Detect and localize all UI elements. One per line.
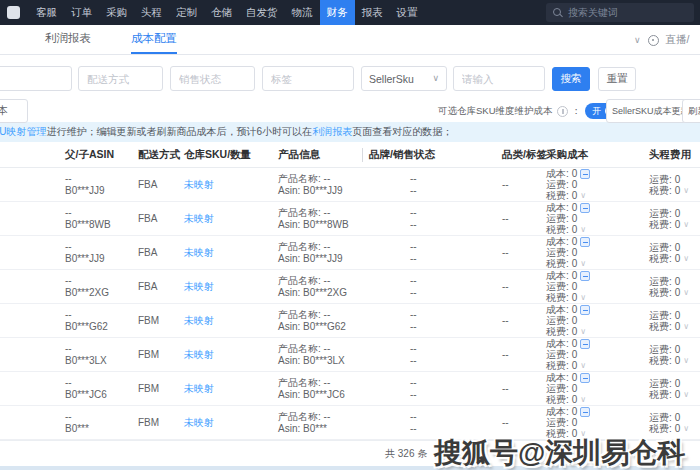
tax-value: 0 — [572, 224, 578, 235]
brand-status-cell: -- -- — [362, 411, 502, 435]
hl-tax-label: 税费: — [649, 219, 672, 230]
child-asin-value: B0***2XG — [65, 287, 138, 299]
nav-item-warehouse[interactable]: 仓储 — [204, 0, 239, 25]
expand-chevron-icon[interactable]: ∨ — [683, 219, 689, 230]
child-asin-value: B0***JJ9 — [65, 185, 138, 197]
product-info-cell: 产品名称: -- Asin: B0***3LX — [278, 343, 362, 367]
nav-item-finance[interactable]: 财务 — [320, 0, 355, 25]
unmapped-link[interactable]: 未映射 — [184, 213, 214, 224]
expand-chevron-icon[interactable]: ∨ — [683, 423, 689, 434]
hl-shipping-value: 0 — [675, 208, 681, 219]
expand-chevron-icon[interactable]: ∨ — [580, 292, 586, 303]
product-info-cell: 产品名称: -- Asin: B0*** — [278, 411, 362, 435]
unmapped-link[interactable]: 未映射 — [184, 383, 214, 394]
expand-chevron-icon[interactable]: ∨ — [683, 355, 689, 366]
cost-edit-icon[interactable] — [580, 305, 590, 315]
tag-input[interactable] — [262, 66, 354, 91]
product-info-cell: 产品名称: -- Asin: B0***JC6 — [278, 377, 362, 401]
parent-asin-value: -- — [65, 241, 138, 253]
expand-chevron-icon[interactable]: ∨ — [683, 321, 689, 332]
nav-item-purchasing[interactable]: 采购 — [99, 0, 134, 25]
cut-filter-input[interactable] — [0, 66, 72, 91]
live-help-icon[interactable] — [648, 35, 659, 46]
cost-edit-icon[interactable] — [580, 237, 590, 247]
cost-label: 成本: — [546, 236, 569, 247]
delivery-method-input[interactable] — [78, 66, 163, 91]
unmapped-link[interactable]: 未映射 — [184, 247, 214, 258]
purchase-cost-cell: 成本: 0 运费: 0 税费: 0 ∨ — [546, 372, 643, 405]
unmapped-link[interactable]: 未映射 — [184, 179, 214, 190]
header-parent-child-asin: 父/子ASIN — [58, 148, 138, 162]
chevron-down-icon[interactable]: ∨ — [634, 36, 641, 45]
global-search-input[interactable]: 搜索关键词 — [546, 3, 694, 22]
cost-edit-icon[interactable] — [580, 271, 590, 281]
status-value: -- — [410, 219, 502, 231]
child-asin-value: B0***3LX — [65, 355, 138, 367]
cost-edit-icon[interactable] — [580, 373, 590, 383]
mapping-cell: 未映射 — [182, 314, 278, 328]
expand-chevron-icon[interactable]: ∨ — [683, 287, 689, 298]
category-tag-value: -- — [502, 179, 546, 190]
cost-button-cut[interactable]: 成本 — [0, 99, 28, 123]
nav-item-customization[interactable]: 定制 — [169, 0, 204, 25]
unmapped-link[interactable]: 未映射 — [184, 349, 214, 360]
search-button[interactable]: 搜索 — [552, 67, 590, 91]
asin-value: B0***2XG — [303, 287, 347, 298]
expand-chevron-icon[interactable]: ∨ — [580, 224, 586, 235]
nav-item-orders[interactable]: 订单 — [64, 0, 99, 25]
cost-edit-icon[interactable] — [580, 169, 590, 179]
nav-item-reports[interactable]: 报表 — [355, 0, 390, 25]
expand-chevron-icon[interactable]: ∨ — [580, 394, 586, 405]
cost-edit-icon[interactable] — [580, 203, 590, 213]
category-tag-value: -- — [502, 247, 546, 258]
reset-button[interactable]: 重置 — [598, 67, 636, 91]
mapping-cell: 未映射 — [182, 246, 278, 260]
product-name-value: -- — [324, 343, 331, 354]
expand-chevron-icon[interactable]: ∨ — [683, 253, 689, 264]
expand-chevron-icon[interactable]: ∨ — [580, 190, 586, 201]
brand-value: -- — [410, 207, 502, 219]
parent-asin-value: -- — [65, 173, 138, 185]
sku-dimension-toggle-group: 可选仓库SKU维度维护成本 ： 开 — [438, 98, 619, 124]
unmapped-link[interactable]: 未映射 — [184, 417, 214, 428]
keyword-input[interactable] — [453, 66, 545, 91]
cost-edit-icon[interactable] — [580, 339, 590, 349]
hl-tax-label: 税费: — [649, 321, 672, 332]
tab-profit-report[interactable]: 利润报表 — [45, 24, 91, 54]
nav-item-logistics[interactable]: 物流 — [285, 0, 320, 25]
status-value: -- — [410, 321, 502, 333]
info-icon — [557, 106, 568, 117]
asin-cell: -- B0***2XG — [58, 275, 138, 299]
refresh-orders-button[interactable]: 刷新订单 — [682, 99, 700, 123]
nav-item-first-leg[interactable]: 头程 — [134, 0, 169, 25]
expand-chevron-icon[interactable]: ∨ — [683, 389, 689, 400]
unmapped-link[interactable]: 未映射 — [184, 281, 214, 292]
expand-chevron-icon[interactable]: ∨ — [580, 326, 586, 337]
expand-chevron-icon[interactable]: ∨ — [580, 258, 586, 269]
profit-report-link[interactable]: 利润报表 — [312, 125, 352, 139]
asin-value: B0***JC6 — [303, 389, 345, 400]
sku-mapping-link[interactable]: SKU映射管理 — [0, 125, 47, 139]
nav-item-settings[interactable]: 设置 — [390, 0, 425, 25]
tab-cost-config[interactable]: 成本配置 — [131, 24, 177, 54]
hl-tax-value: 0 — [675, 219, 681, 230]
tax-label: 税费: — [546, 224, 569, 235]
asin-value: B0*** — [303, 423, 327, 434]
cost-value: 0 — [572, 168, 578, 179]
seller-sku-select[interactable]: SellerSku ∨ — [361, 66, 447, 91]
expand-chevron-icon[interactable]: ∨ — [580, 360, 586, 371]
child-asin-value: B0***8WB — [65, 219, 138, 231]
nav-item-self-shipping[interactable]: 自发货 — [239, 0, 285, 25]
category-tag-value: -- — [502, 383, 546, 394]
cost-table: 父/子ASIN 配送方式 仓库SKU/数量 产品信息 品牌/销售状态 品类/标签… — [0, 143, 700, 440]
unmapped-link[interactable]: 未映射 — [184, 315, 214, 326]
table-row: -- B0***G62 FBM 未映射 产品名称: -- Asin: B0***… — [0, 304, 700, 338]
hl-shipping-label: 运费: — [649, 174, 672, 185]
sales-status-input[interactable] — [170, 66, 255, 91]
cost-edit-icon[interactable] — [580, 407, 590, 417]
expand-chevron-icon[interactable]: ∨ — [683, 185, 689, 196]
product-info-cell: 产品名称: -- Asin: B0***JJ9 — [278, 173, 362, 197]
status-value: -- — [410, 185, 502, 197]
nav-item-customer-service[interactable]: 客服 — [29, 0, 64, 25]
live-help-label[interactable]: 直播/ — [666, 33, 690, 47]
